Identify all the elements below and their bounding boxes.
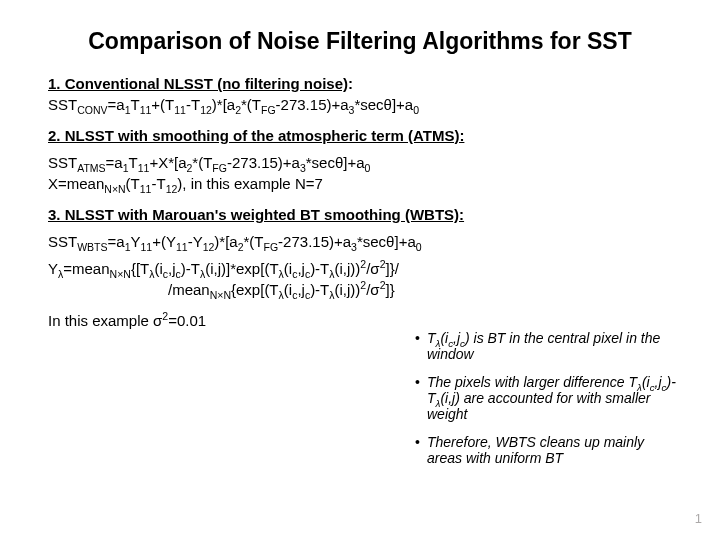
formula-atms-x: X=meanN×N(T11-T12), in this example N=7 — [48, 175, 672, 192]
note-3: • Therefore, WBTS cleans up mainly areas… — [415, 434, 680, 466]
note-2: • The pixels with larger difference Tλ(i… — [415, 374, 680, 422]
section-2-heading: 2. NLSST with smoothing of the atmospher… — [48, 127, 672, 144]
formula-wbts-y1: Yλ=meanN×N{[Tλ(ic,jc)-Tλ(i,j)]*exp[(Tλ(i… — [48, 260, 672, 277]
page-title: Comparison of Noise Filtering Algorithms… — [48, 28, 672, 55]
formula-conv: SSTCONV=a1T11+(T11-T12)*[a2*(TFG-273.15)… — [48, 96, 672, 113]
note-1: • Tλ(ic,jc) is BT in the central pixel i… — [415, 330, 680, 362]
page-number: 1 — [695, 511, 702, 526]
formula-atms: SSTATMS=a1T11+X*[a2*(TFG-273.15)+a3*secθ… — [48, 154, 672, 171]
formula-wbts-y2: /meanN×N{exp[(Tλ(ic,jc)-Tλ(i,j))2/σ2]} — [48, 281, 672, 298]
formula-wbts: SSTWBTS=a1Y11+(Y11-Y12)*[a2*(TFG-273.15)… — [48, 233, 672, 250]
sigma-note: In this example σ2=0.01 — [48, 312, 672, 329]
side-notes: • Tλ(ic,jc) is BT in the central pixel i… — [415, 330, 680, 478]
section-1-heading: 1. Conventional NLSST (no filtering nois… — [48, 75, 672, 92]
section-3-heading: 3. NLSST with Marouan's weighted BT smoo… — [48, 206, 672, 223]
